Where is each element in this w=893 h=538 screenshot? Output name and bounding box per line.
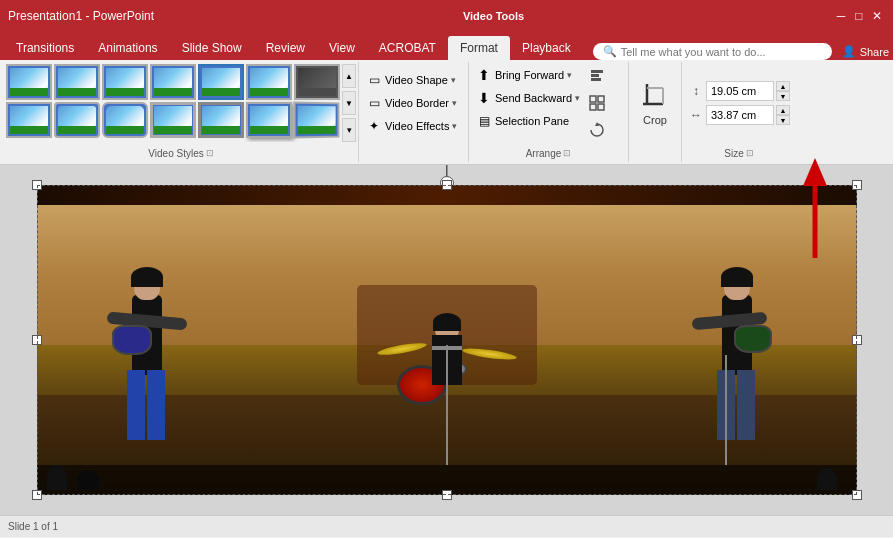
group-btn[interactable]	[587, 92, 607, 114]
svg-rect-4	[598, 96, 604, 102]
main-area: ↻	[0, 165, 893, 515]
handle-top-left[interactable]	[32, 180, 42, 190]
handle-mid-right[interactable]	[852, 335, 862, 345]
selection-pane-btn[interactable]: ▤ Selection Pane	[471, 110, 585, 132]
send-backward-btn[interactable]: ⬇ Send Backward ▾	[471, 87, 585, 109]
handle-top-right[interactable]	[852, 180, 862, 190]
video-border-dropdown[interactable]: ▾	[452, 98, 457, 108]
selection-pane-icon: ▤	[476, 113, 492, 129]
handle-bottom-center[interactable]	[442, 490, 452, 500]
bring-forward-dropdown[interactable]: ▾	[567, 70, 572, 80]
send-backward-dropdown[interactable]: ▾	[575, 93, 580, 103]
style-thumb-2[interactable]	[54, 64, 100, 100]
height-up-btn[interactable]: ▲	[776, 81, 790, 91]
arrange-expand-icon[interactable]: ⊡	[563, 148, 571, 158]
svg-rect-0	[591, 70, 603, 73]
scroll-more-btn[interactable]: ▾	[342, 118, 356, 142]
style-thumb-6[interactable]	[246, 64, 292, 100]
height-display: 19.05 cm	[706, 81, 774, 101]
style-thumb-13[interactable]	[246, 102, 292, 138]
style-thumb-11[interactable]	[150, 102, 196, 138]
scroll-up-btn[interactable]: ▲	[342, 64, 356, 88]
size-expand-icon[interactable]: ⊡	[746, 148, 754, 158]
style-thumb-7[interactable]	[294, 64, 340, 100]
width-down-btn[interactable]: ▼	[776, 115, 790, 125]
width-display: 33.87 cm	[706, 105, 774, 125]
rotate-btn[interactable]	[587, 119, 607, 141]
group-icon	[589, 95, 605, 111]
title-bar-controls: ─ □ ✕	[833, 8, 885, 24]
tab-transitions[interactable]: Transitions	[4, 36, 86, 60]
tab-playback[interactable]: Playback	[510, 36, 583, 60]
style-thumb-1[interactable]	[6, 64, 52, 100]
style-thumb-9[interactable]	[54, 102, 100, 138]
rotate-line-top	[446, 165, 447, 176]
svg-rect-6	[598, 104, 604, 110]
style-thumb-4[interactable]	[150, 64, 196, 100]
minimize-btn[interactable]: ─	[833, 8, 849, 24]
video-styles-expand-icon[interactable]: ⊡	[206, 148, 214, 158]
style-thumb-10[interactable]	[102, 102, 148, 138]
style-thumb-12[interactable]	[198, 102, 244, 138]
crop-section: Crop	[629, 62, 682, 162]
svg-rect-1	[591, 74, 599, 77]
width-input-row: ↔ 33.87 cm ▲ ▼	[688, 105, 790, 125]
style-thumb-8[interactable]	[6, 102, 52, 138]
share-area: 👤 Share	[842, 45, 889, 58]
video-border-icon: ▭	[366, 95, 382, 111]
tab-format[interactable]: Format	[448, 36, 510, 60]
align-icon	[589, 68, 605, 84]
size-label: Size ⊡	[682, 144, 796, 162]
share-label[interactable]: Share	[860, 46, 889, 58]
style-thumbnails	[6, 64, 340, 142]
arrange-label: Arrange ⊡	[469, 144, 628, 162]
video-effects-dropdown[interactable]: ▾	[452, 121, 457, 131]
video-shape-dropdown[interactable]: ▾	[451, 75, 456, 85]
send-backward-icon: ⬇	[476, 90, 492, 106]
video-effects-icon: ✦	[366, 118, 382, 134]
style-thumb-14[interactable]	[293, 102, 339, 139]
app-title: Presentation1 - PowerPoint	[8, 9, 154, 23]
tab-bar: Transitions Animations Slide Show Review…	[0, 32, 893, 60]
video-styles-section: ▲ ▼ ▾ Video Styles ⊡	[4, 62, 359, 162]
bring-forward-icon: ⬆	[476, 67, 492, 83]
tab-review[interactable]: Review	[254, 36, 317, 60]
restore-btn[interactable]: □	[851, 8, 867, 24]
align-btn[interactable]	[587, 65, 607, 87]
status-bar: Slide 1 of 1	[0, 515, 893, 537]
tab-acrobat[interactable]: ACROBAT	[367, 36, 448, 60]
person-icon: 👤	[842, 45, 856, 58]
style-thumb-3[interactable]	[102, 64, 148, 100]
tab-slideshow[interactable]: Slide Show	[170, 36, 254, 60]
video-shape-btn[interactable]: ▭ Video Shape ▾	[361, 69, 466, 91]
tab-animations[interactable]: Animations	[86, 36, 169, 60]
svg-rect-3	[590, 96, 596, 102]
close-btn[interactable]: ✕	[869, 8, 885, 24]
video-effects-btn[interactable]: ✦ Video Effects ▾	[361, 115, 466, 137]
style-scroll: ▲ ▼ ▾	[342, 64, 356, 142]
height-icon: ↕	[688, 84, 704, 98]
handle-bottom-left[interactable]	[32, 490, 42, 500]
width-up-btn[interactable]: ▲	[776, 105, 790, 115]
search-icon: 🔍	[603, 45, 617, 58]
width-icon: ↔	[688, 108, 704, 122]
video-styles-label: Video Styles ⊡	[4, 144, 358, 162]
crop-btn[interactable]: Crop	[631, 76, 679, 130]
video-format-section: ▭ Video Shape ▾ ▭ Video Border ▾ ✦ Video…	[359, 62, 469, 162]
handle-bottom-right[interactable]	[852, 490, 862, 500]
scroll-down-btn[interactable]: ▼	[342, 91, 356, 115]
ribbon: ▲ ▼ ▾ Video Styles ⊡ ▭ Video Shape ▾ ▭ V…	[0, 60, 893, 165]
search-input[interactable]	[621, 46, 781, 58]
tab-view[interactable]: View	[317, 36, 367, 60]
handle-top-center[interactable]	[442, 180, 452, 190]
video-shape-icon: ▭	[366, 72, 382, 88]
video-border-btn[interactable]: ▭ Video Border ▾	[361, 92, 466, 114]
handle-mid-left[interactable]	[32, 335, 42, 345]
slide-canvas[interactable]: ↻	[37, 185, 857, 495]
style-thumb-5[interactable]	[198, 64, 244, 100]
height-spinner: ▲ ▼	[776, 81, 790, 101]
size-section: ↕ 19.05 cm ▲ ▼ ↔ 33.87 cm ▲ ▼	[682, 62, 796, 162]
rotate-icon	[589, 122, 605, 138]
bring-forward-btn[interactable]: ⬆ Bring Forward ▾	[471, 64, 585, 86]
height-down-btn[interactable]: ▼	[776, 91, 790, 101]
